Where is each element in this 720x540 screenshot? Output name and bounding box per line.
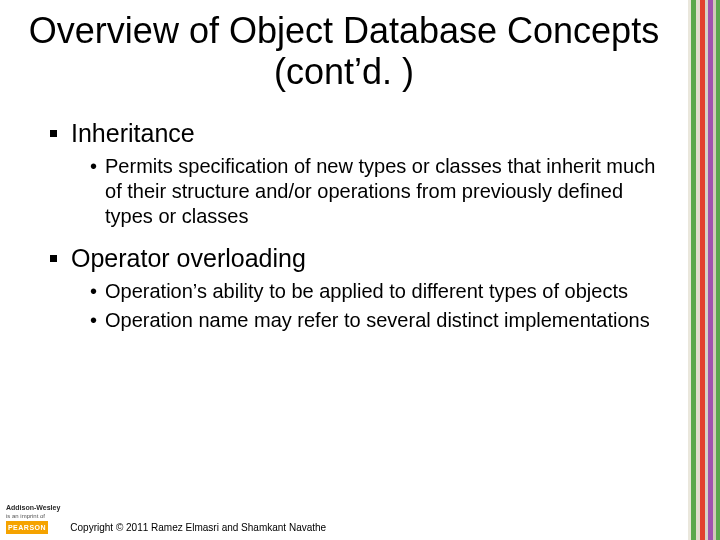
copyright-text: Copyright © 2011 Ramez Elmasri and Shamk… bbox=[70, 522, 326, 534]
slide: Overview of Object Database Concepts (co… bbox=[0, 0, 720, 540]
slide-body: Inheritance • Permits specification of n… bbox=[50, 118, 670, 337]
publisher-sub: is an imprint of bbox=[6, 513, 60, 519]
dot-bullet-icon: • bbox=[90, 154, 97, 179]
bullet-text: Inheritance bbox=[71, 118, 195, 148]
publisher-name: Addison-Wesley bbox=[6, 504, 60, 511]
bullet-text: Operation’s ability to be applied to dif… bbox=[105, 279, 628, 304]
dot-bullet-icon: • bbox=[90, 308, 97, 333]
bullet-text: Permits specification of new types or cl… bbox=[105, 154, 670, 229]
slide-title: Overview of Object Database Concepts (co… bbox=[0, 10, 688, 93]
bullet-level2: • Permits specification of new types or … bbox=[90, 154, 670, 229]
bullet-text: Operation name may refer to several dist… bbox=[105, 308, 650, 333]
decorative-stripes bbox=[688, 0, 720, 540]
bullet-text: Operator overloading bbox=[71, 243, 306, 273]
square-bullet-icon bbox=[50, 130, 57, 137]
bullet-level1: Inheritance bbox=[50, 118, 670, 148]
bullet-level2: • Operation’s ability to be applied to d… bbox=[90, 279, 670, 304]
pearson-logo: PEARSON bbox=[6, 521, 48, 534]
publisher-block: Addison-Wesley is an imprint of PEARSON bbox=[6, 504, 60, 534]
footer: Addison-Wesley is an imprint of PEARSON … bbox=[6, 504, 326, 534]
dot-bullet-icon: • bbox=[90, 279, 97, 304]
square-bullet-icon bbox=[50, 255, 57, 262]
bullet-level1: Operator overloading bbox=[50, 243, 670, 273]
bullet-level2: • Operation name may refer to several di… bbox=[90, 308, 670, 333]
